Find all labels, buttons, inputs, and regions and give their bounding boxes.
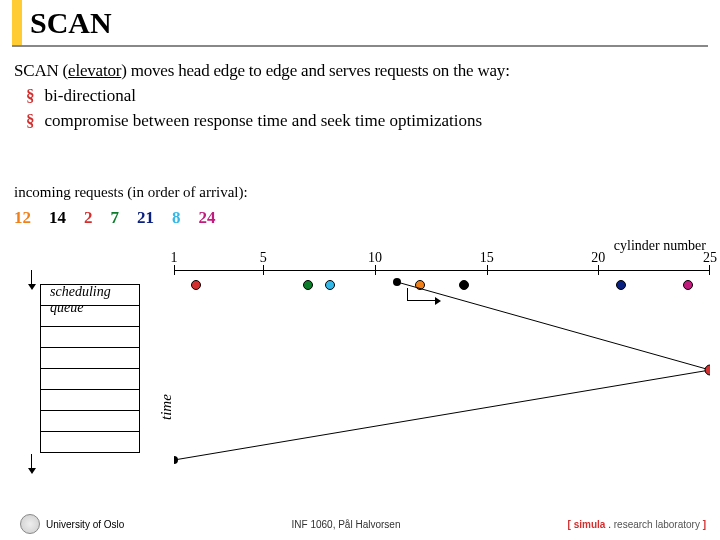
- tick-5: 5: [260, 250, 267, 266]
- desc-line: SCAN (elevator) moves head edge to edge …: [14, 61, 510, 80]
- request-21: 21: [137, 208, 154, 228]
- tick-20: 20: [591, 250, 605, 266]
- svg-point-1: [705, 365, 710, 375]
- title-underline: [12, 45, 708, 47]
- course-info: INF 1060, Pål Halvorsen: [292, 519, 401, 530]
- request-14: 14: [49, 208, 66, 228]
- footer: University of Oslo INF 1060, Pål Halvors…: [20, 514, 706, 534]
- queue-cell: [40, 326, 140, 348]
- bullet-icon: §: [26, 85, 35, 108]
- footer-left: University of Oslo: [20, 514, 124, 534]
- queue-cell: [40, 410, 140, 432]
- tick-1: 1: [171, 250, 178, 266]
- svg-point-0: [393, 278, 401, 286]
- svg-point-2: [174, 456, 178, 464]
- queue-out-arrow: [28, 454, 36, 474]
- slide-accent-bar: [12, 0, 22, 45]
- bullet-2: § compromise between response time and s…: [14, 110, 706, 133]
- queue-cell: [40, 347, 140, 369]
- request-24: 24: [199, 208, 216, 228]
- request-8: 8: [172, 208, 181, 228]
- description-block: SCAN (elevator) moves head edge to edge …: [14, 60, 706, 133]
- bullet-icon: §: [26, 110, 35, 133]
- request-12: 12: [14, 208, 31, 228]
- uio-seal-icon: [20, 514, 40, 534]
- incoming-label: incoming requests (in order of arrival):: [14, 184, 248, 201]
- request-7: 7: [111, 208, 120, 228]
- tick-15: 15: [480, 250, 494, 266]
- slide-title: SCAN: [30, 6, 112, 40]
- queue-cell: [40, 389, 140, 411]
- request-2: 2: [84, 208, 93, 228]
- queue-cell: [40, 431, 140, 453]
- tick-25: 25: [703, 250, 717, 266]
- bullet-1: § bi-directional: [14, 85, 706, 108]
- queue-in-arrow: [28, 270, 36, 290]
- scan-head-path: [174, 270, 710, 470]
- time-axis-label: time: [158, 394, 175, 420]
- tick-10: 10: [368, 250, 382, 266]
- cylinder-number-label: cylinder number: [614, 238, 706, 254]
- university-name: University of Oslo: [46, 519, 124, 530]
- requests-list: 12 14 2 7 21 8 24: [14, 208, 216, 228]
- simula-logo: [ simula . research laboratory ]: [568, 519, 706, 530]
- queue-cell: [40, 368, 140, 390]
- queue-label: scheduling queue: [50, 284, 111, 316]
- elevator-underline: elevator: [68, 61, 121, 80]
